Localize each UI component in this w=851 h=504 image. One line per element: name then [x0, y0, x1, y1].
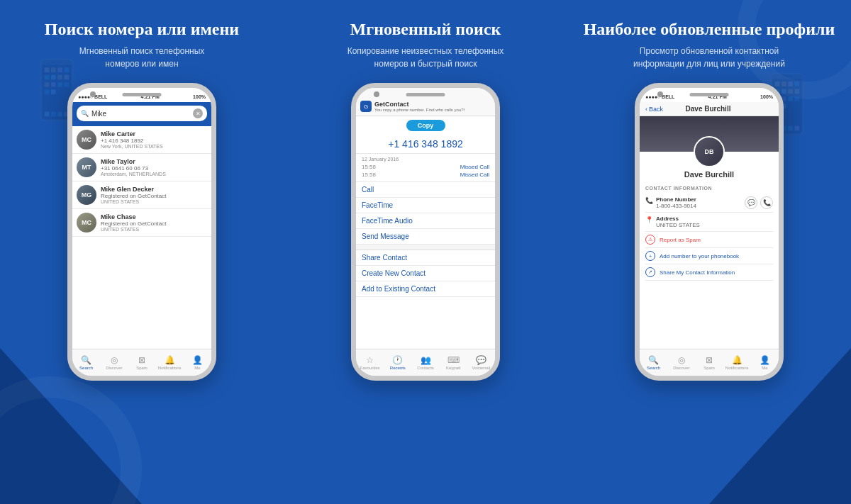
- contact-name-4: Mike Chase: [101, 213, 167, 220]
- tab-me-label-1: Me: [194, 366, 200, 370]
- tab-notif-3[interactable]: 🔔 Notifications: [723, 355, 751, 370]
- tab-fav-2[interactable]: ☆ Favourites: [356, 355, 384, 370]
- tab-spam-3[interactable]: ⊠ Spam: [695, 355, 723, 370]
- tab-recents-icon-2: 🕐: [392, 355, 403, 365]
- tab-spam-1[interactable]: ⊠ Spam: [128, 355, 155, 370]
- contact-phone-2: +31 0641 60 06 73: [101, 165, 166, 172]
- contact-info-section-3: CONTACT INFORMATION 📞 Phone Number 1-800…: [640, 183, 779, 349]
- action-send-message[interactable]: Send Message: [356, 229, 495, 245]
- tab-discover-3[interactable]: ◎ Discover: [667, 355, 695, 370]
- contact-item-4[interactable]: MC Mike Chase Registered on GetContact U…: [72, 209, 211, 237]
- avatar-2: MT: [77, 157, 96, 177]
- contact-name-3: Mike Glen Decker: [101, 186, 167, 193]
- action-call[interactable]: Call: [356, 182, 495, 198]
- phone-row-3: 📞 Phone Number 1-800-433-9014 💬 📞: [645, 194, 773, 213]
- tab-discover-label-1: Discover: [106, 366, 122, 370]
- copy-label: Copy: [418, 122, 434, 129]
- phone1-screen: ●●●●○ BELL 4:21 PM 100% 🔍 Mike ✕: [72, 88, 211, 376]
- action-share-contact[interactable]: Share Contact: [356, 250, 495, 266]
- action-facetime-audio[interactable]: FaceTime Audio: [356, 213, 495, 229]
- contact-info-1: Mike Carter +1 416 348 1892 New York, UN…: [101, 130, 163, 149]
- tab-keypad-2[interactable]: ⌨ Keypad: [440, 355, 467, 370]
- contact-list-1: MC Mike Carter +1 416 348 1892 New York,…: [72, 126, 211, 349]
- tab-me-icon-3: 👤: [760, 355, 770, 365]
- tab-notif-label-1: Notifications: [158, 366, 182, 370]
- address-field-label: Address: [656, 215, 700, 222]
- add-phonebook-row[interactable]: + Add number to your phonebook: [645, 248, 773, 264]
- tab-search-1[interactable]: 🔍 Search: [72, 355, 100, 370]
- battery-3: 100%: [760, 94, 773, 99]
- tab-notif-icon-3: 🔔: [732, 355, 742, 365]
- contact-loc-4: UNITED STATES: [101, 227, 167, 232]
- action-facetime[interactable]: FaceTime: [356, 198, 495, 213]
- call-log-date: 12 January 2016: [362, 157, 489, 162]
- action-create-contact[interactable]: Create New Contact: [356, 266, 495, 281]
- copy-notification: Copy: [406, 120, 445, 131]
- app-tagline: You copy a phone number. Find who calls …: [374, 108, 465, 112]
- share-contact-row[interactable]: ↗ Share My Contact Information: [645, 264, 773, 281]
- action-add-existing[interactable]: Add to Existing Contact: [356, 281, 495, 297]
- tab-me-icon-1: 👤: [192, 355, 203, 365]
- message-btn-3[interactable]: 💬: [745, 196, 757, 209]
- contact-item-3[interactable]: MG Mike Glen Decker Registered on GetCon…: [72, 181, 211, 209]
- phone-3: ●●●●○ BELL 4:21 PM 100% ‹ Back Dave Burc…: [635, 83, 784, 381]
- contact-loc-1: New York, UNITED STATES: [101, 144, 163, 149]
- address-row-3: 📍 Address UNITED STATES: [645, 213, 773, 232]
- tab-recents-2[interactable]: 🕐 Recents: [384, 355, 411, 370]
- avatar-1: MC: [77, 130, 96, 150]
- tab-fav-label-2: Favourites: [360, 366, 380, 370]
- back-btn-3[interactable]: ‹ Back: [645, 106, 663, 113]
- contact-item-2[interactable]: MT Mike Taylor +31 0641 60 06 73 Amsterd…: [72, 154, 211, 181]
- avatar-4: MC: [77, 213, 96, 233]
- clear-search-btn[interactable]: ✕: [193, 108, 203, 118]
- tab-recents-label-2: Recents: [390, 366, 406, 370]
- col1-subtitle: Мгновенный поиск телефонных номеров или …: [79, 45, 205, 70]
- search-bar[interactable]: 🔍 Mike ✕: [77, 106, 207, 121]
- search-header: 🔍 Mike ✕: [72, 102, 211, 126]
- tab-voicemail-2[interactable]: 💬 Voicemail: [467, 355, 495, 370]
- contact-phone-4: Registered on GetContact: [101, 220, 167, 227]
- avatar-3: MG: [77, 185, 96, 205]
- tab-notif-1[interactable]: 🔔 Notifications: [156, 355, 184, 370]
- tab-contacts-2[interactable]: 👥 Contacts: [411, 355, 439, 370]
- tab-spam-icon-3: ⊠: [706, 355, 713, 365]
- report-as-spam-row[interactable]: ⚠ Report as Spam: [645, 232, 773, 248]
- detail-contact-name-3: Dave Burchill: [684, 170, 734, 179]
- call-log-section: 12 January 2016 15:58 Missed Call 15:58 …: [356, 154, 495, 182]
- tab-discover-icon-1: ◎: [111, 355, 118, 365]
- address-field-icon: 📍: [645, 216, 653, 223]
- contact-name-2: Mike Taylor: [101, 158, 166, 165]
- tab-me-label-3: Me: [762, 366, 767, 370]
- call-btn-3[interactable]: 📞: [760, 196, 773, 209]
- detail-title-3: Dave Burchill: [663, 105, 753, 113]
- tab-bar-2: ☆ Favourites 🕐 Recents 👥 Contacts ⌨: [356, 349, 495, 376]
- tab-discover-1[interactable]: ◎ Discover: [100, 355, 128, 370]
- action-divider: [356, 245, 495, 250]
- columns-container: Поиск номера или имени Мгновенный поиск …: [0, 0, 851, 504]
- contact-phone-1: +1 416 348 1892: [101, 138, 163, 144]
- tab-keypad-icon-2: ⌨: [447, 355, 460, 365]
- col2-subtitle: Копирование неизвестных телефонных номер…: [347, 45, 504, 70]
- battery-1: 100%: [193, 94, 206, 99]
- tab-spam-label-3: Spam: [703, 366, 715, 370]
- call-time-1: 15:58: [362, 164, 376, 170]
- contact-info-2: Mike Taylor +31 0641 60 06 73 Amsterdam,…: [101, 158, 166, 177]
- app-name: GetContact: [374, 101, 465, 108]
- tab-search-label-3: Search: [647, 366, 660, 370]
- col2-title: Мгновенный поиск: [350, 20, 501, 39]
- phone2-screen: G GetContact You copy a phone number. Fi…: [356, 88, 495, 376]
- back-label: Back: [649, 106, 663, 113]
- tab-notif-icon-1: 🔔: [165, 355, 175, 365]
- address-field-value: UNITED STATES: [656, 222, 700, 228]
- contact-item-1[interactable]: MC Mike Carter +1 416 348 1892 New York,…: [72, 126, 211, 154]
- share-contact-text: Share My Contact Information: [660, 269, 735, 276]
- add-phonebook-text: Add number to your phonebook: [660, 253, 739, 259]
- tab-me-1[interactable]: 👤 Me: [184, 355, 211, 370]
- phone-field-content: Phone Number 1-800-433-9014: [656, 196, 742, 209]
- tab-me-3[interactable]: 👤 Me: [751, 355, 779, 370]
- call-type-2: Missed Call: [460, 172, 489, 178]
- tab-search-3[interactable]: 🔍 Search: [640, 355, 667, 370]
- phone-field-label: Phone Number: [656, 196, 742, 203]
- contact-loc-2: Amsterdam, NETHERLANDS: [101, 172, 166, 177]
- contact-name-1: Mike Carter: [101, 130, 163, 138]
